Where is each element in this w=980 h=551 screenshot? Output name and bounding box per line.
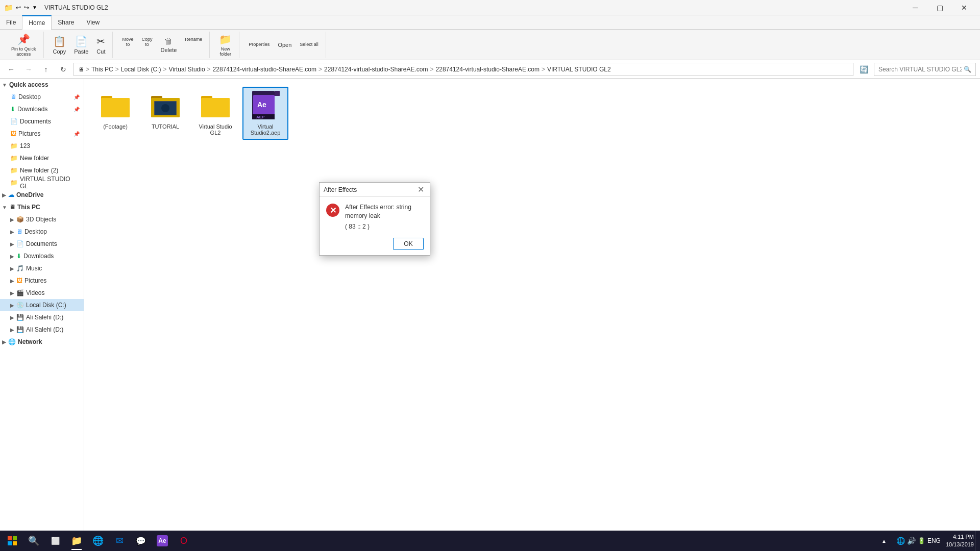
sidebar-music-label: Music	[26, 265, 42, 272]
svg-rect-25	[13, 541, 17, 545]
sidebar-item-documents-qa[interactable]: 📄 Documents	[0, 115, 84, 128]
3dobjects-icon: 📦	[16, 216, 24, 223]
file-aep-label: Virtual Studio2.aep	[246, 123, 285, 136]
up-button[interactable]: ↑	[39, 62, 53, 77]
sidebar-123-label: 123	[20, 142, 30, 149]
edge-taskbar-button[interactable]: 🌐	[88, 531, 108, 551]
svg-rect-23	[13, 536, 17, 540]
sidebar-item-123[interactable]: 📁 123	[0, 140, 84, 152]
file-item-tutorial[interactable]: TUTORIAL	[142, 87, 188, 140]
sidebar-network-header[interactable]: ▶ 🌐 Network	[0, 336, 84, 348]
sidebar-item-documents-pc[interactable]: ▶ 📄 Documents	[0, 238, 84, 250]
minimize-button[interactable]: ─	[903, 0, 927, 15]
dialog-ok-button[interactable]: OK	[393, 238, 424, 250]
redo-icon[interactable]: ↪	[24, 4, 29, 11]
chevron-down-thispc-icon: ▼	[2, 205, 7, 210]
copy-to-button[interactable]: Copyto	[139, 36, 156, 54]
after-effects-dialog: After Effects ✕ ✕ After Effects error: s…	[319, 182, 430, 256]
search-button[interactable]: 🔍	[23, 531, 44, 551]
properties-button[interactable]: Properties	[246, 41, 273, 49]
explorer-taskbar-button[interactable]: 📁	[66, 531, 87, 551]
paste-button[interactable]: 📄 Paste	[71, 34, 91, 56]
sidebar-item-3dobjects[interactable]: ▶ 📦 3D Objects	[0, 213, 84, 226]
dialog-title-bar: After Effects ✕	[320, 183, 430, 197]
svg-point-9	[161, 104, 169, 112]
sidebar-item-downloads-pc[interactable]: ▶ ⬇ Downloads	[0, 250, 84, 262]
tab-home[interactable]: Home	[22, 15, 52, 30]
refresh-button[interactable]: ↻	[56, 62, 70, 77]
pin-indicator3-icon: 📌	[74, 131, 80, 137]
back-button[interactable]: ←	[4, 62, 18, 77]
sidebar-item-pictures-pc[interactable]: ▶ 🖼 Pictures	[0, 274, 84, 287]
close-button[interactable]: ✕	[952, 0, 976, 15]
address-path[interactable]: 🖥 > This PC > Local Disk (C:) > Virtual …	[74, 63, 853, 76]
path-vsgl2: VIRTUAL STUDIO GL2	[547, 66, 611, 73]
start-button[interactable]	[2, 531, 22, 551]
down-arrow-icon[interactable]: ▼	[32, 5, 37, 10]
folder-vsgl2-icon	[200, 91, 231, 121]
pin-to-quickaccess-button[interactable]: 📌 Pin to Quickaccess	[8, 32, 39, 58]
chevron-down-icon: ▼	[2, 82, 7, 88]
sidebar-vsgl-label: VIRTUAL STUDIO GL	[20, 176, 80, 190]
delete-button[interactable]: 🗑 Delete	[158, 36, 180, 54]
select-all-button[interactable]: Select all	[297, 41, 322, 49]
file-item-vsgl2[interactable]: Virtual Studio GL2	[192, 87, 238, 140]
forward-button[interactable]: →	[21, 62, 36, 77]
sidebar-item-videos[interactable]: ▶ 🎬 Videos	[0, 287, 84, 299]
chevron-right-desktop-icon: ▶	[10, 229, 14, 235]
tab-file[interactable]: File	[0, 15, 22, 29]
file-item-aep[interactable]: Ae AEP Virtual Studio2.aep	[242, 87, 288, 140]
sidebar-item-localdisk[interactable]: ▶ 💿 Local Disk (C:)	[0, 299, 84, 311]
search-input[interactable]	[878, 66, 962, 73]
rename-button[interactable]: Rename	[182, 36, 205, 54]
desktop-pc-icon: 🖥	[16, 228, 22, 235]
sidebar-item-music[interactable]: ▶ 🎵 Music	[0, 262, 84, 274]
show-hidden-icons-button[interactable]: ▲	[874, 531, 894, 551]
new-folder-button[interactable]: 📁 Newfolder	[216, 32, 235, 58]
sidebar-thispc-header[interactable]: ▼ 🖥 This PC	[0, 201, 84, 213]
sidebar-item-vsgl[interactable]: 📁 VIRTUAL STUDIO GL	[0, 177, 84, 189]
sidebar-item-pictures-qa[interactable]: 🖼 Pictures 📌	[0, 128, 84, 140]
show-desktop-button[interactable]	[975, 531, 978, 551]
opera-taskbar-button[interactable]: O	[174, 531, 194, 551]
dl-pc-icon: ⬇	[16, 253, 21, 260]
music-icon: 🎵	[16, 265, 24, 272]
svg-rect-22	[8, 536, 12, 540]
undo-icon[interactable]: ↩	[16, 4, 21, 11]
pin-indicator2-icon: 📌	[74, 107, 80, 112]
taskview-button[interactable]: ⬜	[45, 531, 65, 551]
chevron-right-d1-icon: ▶	[10, 315, 14, 320]
move-to-button[interactable]: Moveto	[119, 36, 136, 54]
sidebar-item-desktop[interactable]: 🖥 Desktop 📌	[0, 91, 84, 103]
cut-button[interactable]: ✂ Cut	[93, 34, 108, 56]
maximize-button[interactable]: ▢	[928, 0, 951, 15]
sidebar-onedrive-header[interactable]: ▶ ☁ OneDrive	[0, 189, 84, 201]
address-refresh-button[interactable]: 🔄	[856, 62, 871, 77]
search-box[interactable]: 🔍	[874, 63, 976, 76]
sidebar-item-alisalehi-d[interactable]: ▶ 💾 Ali Salehi (D:)	[0, 311, 84, 323]
file-tutorial-label: TUTORIAL	[152, 123, 179, 130]
scissors-icon: ✂	[96, 35, 105, 47]
mail-taskbar-button[interactable]: ✉	[109, 531, 130, 551]
cortana-taskbar-button[interactable]: 💬	[131, 531, 151, 551]
taskbar-clock[interactable]: 4:11 PM 10/13/2019	[946, 533, 974, 549]
open-button[interactable]: Open	[275, 41, 295, 49]
copy-button[interactable]: 📋 Copy	[50, 34, 69, 56]
sidebar-item-downloads-qa[interactable]: ⬇ Downloads 📌	[0, 103, 84, 115]
sidebar-videos-label: Videos	[26, 289, 44, 296]
sidebar-item-desktop-pc[interactable]: ▶ 🖥 Desktop	[0, 226, 84, 238]
sidebar-quickaccess-header[interactable]: ▼ Quick access	[0, 79, 84, 91]
dialog-error-message: After Effects error: string memory leak	[345, 203, 424, 220]
sidebar-item-newfolder[interactable]: 📁 New folder	[0, 152, 84, 164]
sidebar-item-alisalehi-d2[interactable]: ▶ 💾 Ali Salehi (D:)	[0, 323, 84, 336]
ribbon-tabs: File Home Share View	[0, 15, 980, 30]
thispc-icon: 🖥	[9, 204, 15, 211]
tab-share[interactable]: Share	[52, 15, 80, 29]
dialog-close-button[interactable]: ✕	[415, 185, 426, 195]
file-item-footage[interactable]: (Footage)	[92, 87, 138, 140]
sidebar-docs-label: Documents	[20, 118, 51, 125]
aftereffects-taskbar-button[interactable]: Ae	[152, 531, 173, 551]
sidebar-item-newfolder2[interactable]: 📁 New folder (2)	[0, 164, 84, 177]
tab-view[interactable]: View	[80, 15, 106, 29]
dialog-footer: OK	[320, 235, 430, 255]
